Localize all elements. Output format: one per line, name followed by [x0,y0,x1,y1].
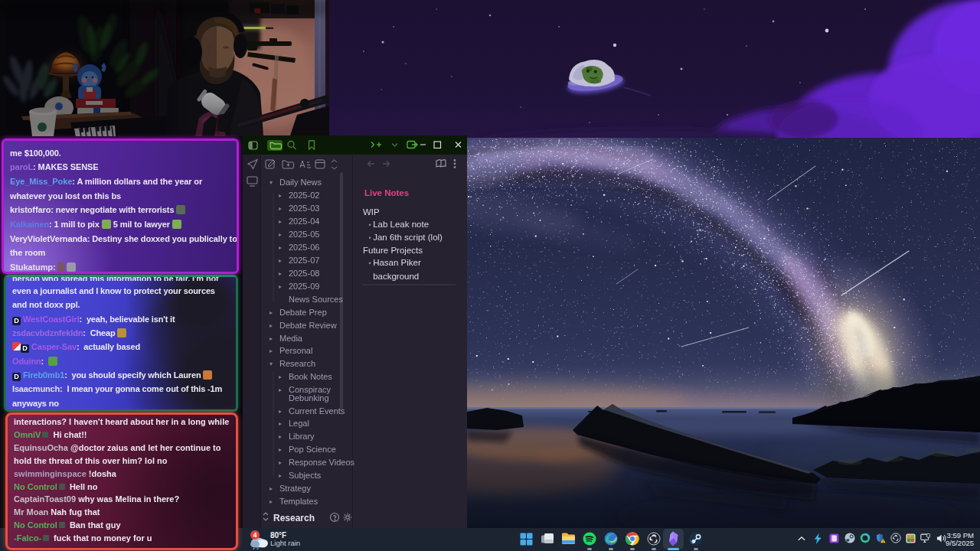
svg-text:4: 4 [253,531,257,539]
